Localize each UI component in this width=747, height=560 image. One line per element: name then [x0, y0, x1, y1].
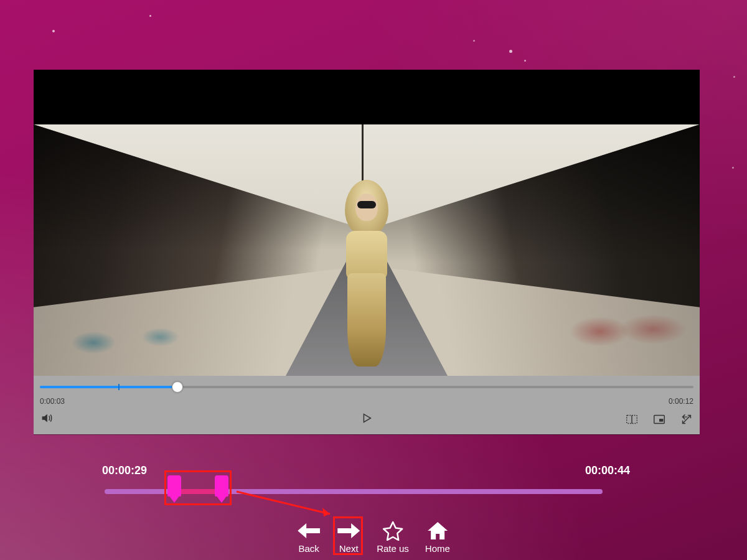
player-controls: 0:00:03 0:00:12 — [34, 376, 700, 434]
letterbox-top — [34, 70, 700, 124]
rate-us-label: Rate us — [377, 543, 409, 554]
picture-in-picture-icon[interactable] — [652, 413, 666, 426]
seek-bar[interactable] — [40, 386, 693, 388]
star-icon — [381, 520, 405, 541]
home-label: Home — [425, 543, 450, 554]
svg-marker-6 — [322, 508, 330, 516]
seek-thumb[interactable] — [172, 381, 183, 393]
arrow-right-icon — [337, 520, 360, 541]
video-frame[interactable] — [34, 124, 700, 376]
fullscreen-icon[interactable] — [680, 413, 693, 426]
rate-us-button[interactable]: Rate us — [377, 520, 409, 554]
volume-icon[interactable] — [40, 411, 54, 425]
next-label: Next — [339, 543, 359, 554]
footer-nav: Back Next Rate us Home — [297, 520, 450, 554]
trim-bar-area: 00:00:29 00:00:44 — [105, 463, 642, 506]
home-button[interactable]: Home — [425, 520, 450, 554]
play-icon[interactable] — [360, 411, 374, 425]
back-label: Back — [298, 543, 319, 554]
back-button[interactable]: Back — [297, 520, 321, 554]
trim-handle-end[interactable] — [215, 475, 228, 497]
next-button[interactable]: Next — [337, 520, 360, 554]
home-icon — [426, 520, 449, 541]
total-time: 0:00:12 — [669, 397, 693, 406]
trim-handle-start[interactable] — [167, 475, 181, 497]
video-player-container: 0:00:03 0:00:12 — [34, 70, 700, 434]
subtitle-icon[interactable] — [625, 413, 639, 426]
elapsed-time: 0:00:03 — [40, 397, 65, 406]
svg-rect-3 — [659, 419, 663, 422]
arrow-left-icon — [297, 520, 321, 541]
trim-track[interactable] — [105, 489, 603, 494]
trim-end-time: 00:00:44 — [585, 464, 630, 477]
trim-start-time: 00:00:29 — [102, 464, 147, 477]
